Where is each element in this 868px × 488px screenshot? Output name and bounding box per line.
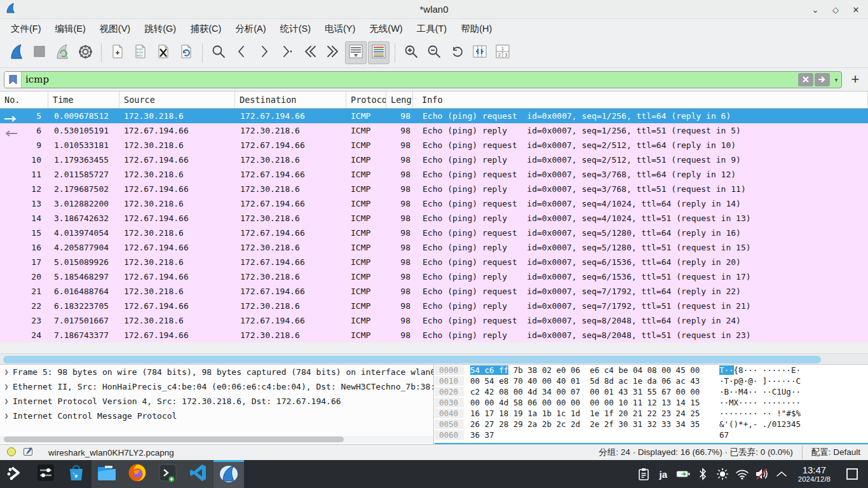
menu-item-9[interactable]: 工具(T)	[410, 20, 454, 37]
menu-item-6[interactable]: 统计(S)	[273, 20, 318, 37]
details-hscrollbar[interactable]	[0, 436, 434, 443]
expander-icon[interactable]: ❯	[0, 383, 13, 391]
packet-row-11[interactable]: 112.011585727172.30.218.6172.67.194.66IC…	[0, 167, 868, 182]
column-header-time[interactable]: Time	[48, 92, 119, 108]
hex-row-0040[interactable]: 004016 17 18 19 1a 1b 1c 1d 1e 1f 20 21 …	[435, 408, 868, 419]
start-capture-button[interactable]	[6, 41, 27, 64]
hex-bytes[interactable]: c2 42 08 00 4d 34 00 07 00 01 43 31 55 6…	[464, 387, 718, 396]
packet-row-24[interactable]: 247.186743377172.67.194.66172.30.218.6IC…	[0, 328, 868, 342]
expert-info-icon[interactable]	[6, 447, 17, 459]
display-filter-input[interactable]: icmp ▾	[4, 71, 842, 88]
filter-apply-button[interactable]	[815, 73, 830, 86]
expander-icon[interactable]: ❯	[0, 397, 13, 405]
wifi-icon[interactable]	[735, 467, 749, 481]
packet-list-hscrollbar[interactable]	[0, 353, 868, 365]
capture-options-button[interactable]	[74, 41, 96, 64]
go-first-button[interactable]	[299, 41, 321, 64]
hscrollbar-thumb[interactable]	[3, 356, 821, 363]
filter-clear-button[interactable]	[798, 73, 813, 86]
zoom-in-button[interactable]	[400, 41, 422, 64]
clipboard-icon[interactable]	[637, 467, 651, 481]
taskbar-firefox[interactable]	[122, 460, 153, 488]
taskbar-terminal[interactable]	[153, 460, 183, 488]
hex-row-0010[interactable]: 001000 54 e8 70 40 00 40 01 5d 8d ac 1e …	[435, 376, 868, 386]
filter-add-button[interactable]: +	[847, 71, 864, 88]
detail-line-3[interactable]: ❯Internet Control Message Protocol	[0, 409, 433, 423]
hex-ascii[interactable]: ··MX···· ········	[718, 398, 801, 407]
column-header-source[interactable]: Source	[119, 92, 235, 108]
go-forward-button[interactable]	[254, 41, 275, 64]
filter-text[interactable]: icmp	[22, 74, 798, 85]
hex-bytes[interactable]: 36 37	[464, 430, 718, 440]
show-desktop-button[interactable]	[846, 468, 858, 480]
title-bar[interactable]: *wlan0 ⌄ ◇ ✕	[0, 0, 868, 19]
find-packet-button[interactable]	[208, 41, 229, 64]
battery-icon[interactable]	[676, 467, 690, 481]
hex-ascii[interactable]: &'()*+,- ./012345	[718, 419, 801, 429]
detail-line-0[interactable]: ❯Frame 5: 98 bytes on wire (784 bits), 9…	[0, 365, 433, 379]
hex-bytes[interactable]: 00 00 4d 58 06 00 00 00 00 00 10 11 12 1…	[464, 398, 718, 407]
packet-row-23[interactable]: 237.017501667172.30.218.6172.67.194.66IC…	[0, 313, 868, 328]
minimize-button[interactable]: ⌄	[810, 4, 821, 15]
taskbar-wireshark[interactable]	[214, 460, 244, 488]
hex-bytes[interactable]: 54 c6 ff 7b 38 02 e0 06 e6 c4 be 04 08 0…	[464, 365, 718, 375]
packet-row-6[interactable]: 60.530105191172.67.194.66172.30.218.6ICM…	[0, 123, 868, 138]
packet-row-22[interactable]: 226.183223705172.67.194.66172.30.218.6IC…	[0, 299, 868, 313]
menu-item-0[interactable]: 文件(F)	[4, 20, 48, 37]
menu-item-10[interactable]: 帮助(H)	[454, 20, 499, 37]
profile-selector[interactable]: 配置: Default	[802, 445, 868, 459]
expander-icon[interactable]: ❯	[0, 412, 13, 420]
capture-filename[interactable]: wireshark_wlan0KH7LY2.pcapng	[48, 448, 174, 458]
packet-row-5[interactable]: 50.009678512172.30.218.6172.67.194.66ICM…	[0, 109, 868, 123]
hex-bytes[interactable]: 26 27 28 29 2a 2b 2c 2d 2e 2f 30 31 32 3…	[464, 419, 718, 429]
go-back-button[interactable]	[231, 41, 252, 64]
packet-row-15[interactable]: 154.013974054172.30.218.6172.67.194.66IC…	[0, 226, 868, 240]
hex-row-0060[interactable]: 006036 3767	[435, 430, 868, 440]
hex-row-0050[interactable]: 005026 27 28 29 2a 2b 2c 2d 2e 2f 30 31 …	[435, 419, 868, 430]
hex-ascii[interactable]: T··{8··· ······E·	[718, 365, 801, 375]
menu-item-8[interactable]: 无线(W)	[362, 20, 409, 37]
hex-row-0030[interactable]: 003000 00 4d 58 06 00 00 00 00 00 10 11 …	[435, 397, 868, 408]
open-file-button[interactable]	[107, 41, 128, 64]
taskbar-app-launcher[interactable]	[0, 460, 31, 488]
resize-columns-button[interactable]	[469, 41, 491, 64]
filter-bookmark-icon[interactable]	[4, 71, 22, 88]
chevron-up-icon[interactable]	[775, 467, 789, 481]
menu-item-4[interactable]: 捕获(C)	[183, 20, 228, 37]
go-to-packet-button[interactable]	[276, 41, 298, 64]
hex-bytes[interactable]: 00 54 e8 70 40 00 40 01 5d 8d ac 1e da 0…	[464, 376, 718, 386]
detail-line-2[interactable]: ❯Internet Protocol Version 4, Src: 172.3…	[0, 394, 433, 409]
volume-muted-icon[interactable]	[755, 467, 769, 481]
packet-row-14[interactable]: 143.186742632172.67.194.66172.30.218.6IC…	[0, 211, 868, 226]
menu-item-2[interactable]: 视图(V)	[93, 20, 137, 37]
save-file-button[interactable]: 010101100011	[130, 41, 151, 64]
packet-row-21[interactable]: 216.016488764172.30.218.6172.67.194.66IC…	[0, 284, 868, 299]
hex-ascii[interactable]: ·B··M4·· ··C1Ug··	[718, 387, 801, 396]
hex-row-0000[interactable]: 000054 c6 ff 7b 38 02 e0 06 e6 c4 be 04 …	[435, 365, 868, 376]
column-header-length[interactable]: Length	[386, 92, 413, 108]
maximize-button[interactable]: ◇	[830, 4, 841, 15]
column-header-info[interactable]: Info	[413, 92, 868, 108]
taskbar-file-manager[interactable]	[92, 460, 122, 488]
layout-button[interactable]: 123	[492, 41, 513, 64]
packet-row-13[interactable]: 133.012882200172.30.218.6172.67.194.66IC…	[0, 196, 868, 211]
taskbar-system-settings[interactable]	[31, 460, 61, 488]
hex-ascii[interactable]: 67	[718, 430, 729, 440]
packet-row-16[interactable]: 164.205877904172.67.194.66172.30.218.6IC…	[0, 240, 868, 255]
filter-dropdown-arrow[interactable]: ▾	[831, 73, 841, 86]
zoom-reset-button[interactable]	[446, 41, 468, 64]
restart-capture-button[interactable]	[51, 41, 73, 64]
taskbar-clock[interactable]: 13:47 2024/12/8	[798, 465, 831, 483]
packet-row-12[interactable]: 122.179687502172.67.194.66172.30.218.6IC…	[0, 182, 868, 196]
hex-row-0020[interactable]: 0020c2 42 08 00 4d 34 00 07 00 01 43 31 …	[435, 386, 868, 397]
capture-comment-icon[interactable]	[23, 447, 33, 459]
packet-row-9[interactable]: 91.010533181172.30.218.6172.67.194.66ICM…	[0, 138, 868, 152]
column-header-destination[interactable]: Destination	[235, 92, 346, 108]
column-header-no[interactable]: No.	[0, 92, 48, 108]
reload-file-button[interactable]	[175, 41, 197, 64]
colorize-button[interactable]	[368, 41, 390, 64]
packet-row-17[interactable]: 175.015089926172.30.218.6172.67.194.66IC…	[0, 255, 868, 269]
menu-item-3[interactable]: 跳转(G)	[137, 20, 183, 37]
close-file-button[interactable]	[153, 41, 174, 64]
menu-item-5[interactable]: 分析(A)	[228, 20, 273, 37]
